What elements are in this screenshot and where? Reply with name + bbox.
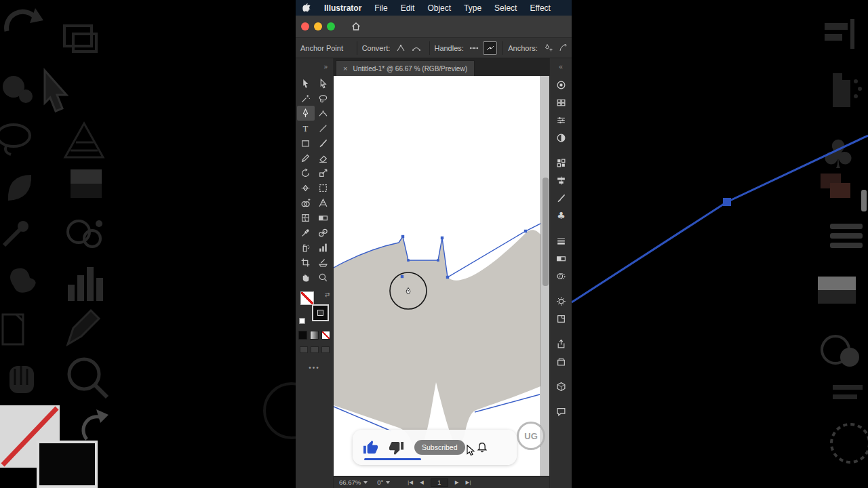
artboard-number-field[interactable]: 1 bbox=[431, 479, 448, 487]
mesh-tool[interactable] bbox=[297, 210, 315, 225]
anchor-point[interactable] bbox=[401, 275, 403, 278]
libraries-icon[interactable] bbox=[550, 352, 572, 370]
subscribed-button[interactable]: Subscribed bbox=[414, 440, 465, 455]
gradient-fill-button[interactable] bbox=[310, 331, 319, 340]
stroke-icon[interactable] bbox=[550, 232, 572, 249]
zoom-window-button[interactable] bbox=[327, 22, 335, 30]
stroke-swatch[interactable] bbox=[312, 304, 329, 321]
like-button[interactable] bbox=[363, 440, 378, 455]
first-page-icon[interactable]: |◀ bbox=[408, 479, 413, 485]
asset-export-icon[interactable] bbox=[550, 335, 572, 352]
draw-behind-button[interactable] bbox=[311, 346, 319, 353]
default-swatches-icon[interactable] bbox=[299, 318, 305, 324]
rectangle-tool[interactable] bbox=[297, 136, 315, 150]
toolbar-expand-icon[interactable]: » bbox=[323, 58, 328, 76]
line-segment-tool[interactable] bbox=[315, 121, 332, 136]
comments-icon[interactable] bbox=[550, 403, 572, 420]
rotate-tool[interactable] bbox=[297, 165, 315, 180]
apple-menu-icon[interactable] bbox=[302, 3, 311, 13]
3d-icon[interactable] bbox=[550, 378, 572, 395]
dislike-button[interactable] bbox=[389, 440, 404, 455]
menu-object[interactable]: Object bbox=[427, 3, 451, 13]
previous-page-icon[interactable]: ◀ bbox=[420, 479, 424, 485]
tab-close-icon[interactable]: × bbox=[343, 64, 347, 73]
artboard-canvas[interactable] bbox=[334, 76, 540, 476]
menu-file[interactable]: File bbox=[374, 3, 387, 13]
magic-wand-tool[interactable] bbox=[297, 91, 315, 106]
menu-effect[interactable]: Effect bbox=[530, 3, 550, 13]
menu-select[interactable]: Select bbox=[494, 3, 517, 13]
toolbar-more-icon[interactable]: ••• bbox=[309, 364, 320, 371]
close-window-button[interactable] bbox=[301, 22, 309, 30]
column-graph-tool[interactable] bbox=[315, 240, 332, 255]
align-icon[interactable] bbox=[550, 171, 572, 189]
eyedropper-tool[interactable] bbox=[297, 225, 315, 240]
pen-tool[interactable] bbox=[297, 106, 315, 121]
draw-inside-button[interactable] bbox=[321, 346, 330, 353]
shapes-icon[interactable]: ♣ bbox=[550, 207, 572, 224]
shape-builder-tool[interactable] bbox=[297, 195, 315, 210]
artboard-tool[interactable] bbox=[297, 255, 315, 270]
fill-stroke-control[interactable]: ⇄ bbox=[299, 291, 330, 324]
lasso-tool[interactable] bbox=[315, 91, 332, 106]
menu-edit[interactable]: Edit bbox=[401, 3, 415, 13]
color-icon[interactable] bbox=[550, 76, 572, 94]
handles-show-icon[interactable] bbox=[467, 41, 481, 55]
paintbrush-tool[interactable] bbox=[315, 136, 332, 150]
anchor-add-icon[interactable] bbox=[541, 41, 555, 55]
width-tool[interactable] bbox=[297, 180, 315, 195]
scrollbar-thumb[interactable] bbox=[542, 178, 549, 286]
slice-tool[interactable] bbox=[315, 255, 332, 270]
swap-fill-stroke-icon[interactable]: ⇄ bbox=[325, 291, 330, 298]
anchor-point[interactable] bbox=[401, 235, 404, 238]
appearance-icon[interactable] bbox=[550, 292, 572, 310]
anchor-arc-icon[interactable] bbox=[557, 41, 571, 55]
graphic-styles-icon[interactable] bbox=[550, 310, 572, 327]
swatches-icon[interactable] bbox=[550, 94, 572, 111]
color-guide-icon[interactable] bbox=[550, 111, 572, 129]
gradient-icon[interactable] bbox=[550, 129, 572, 146]
gradient-panel-icon[interactable] bbox=[550, 249, 572, 267]
home-icon[interactable] bbox=[351, 21, 361, 32]
symbol-sprayer-tool[interactable] bbox=[297, 240, 315, 255]
panel-collapse-icon[interactable]: « bbox=[559, 58, 563, 76]
color-fill-button[interactable] bbox=[298, 331, 307, 340]
selection-tool[interactable] bbox=[297, 76, 315, 91]
fill-none-swatch[interactable] bbox=[300, 291, 314, 305]
zoom-tool[interactable] bbox=[315, 270, 332, 285]
zoom-select[interactable]: 66.67% bbox=[339, 479, 370, 486]
menu-app-name[interactable]: Illustrator bbox=[324, 3, 361, 13]
brushes-icon[interactable] bbox=[550, 189, 572, 207]
rotation-select[interactable]: 0° bbox=[377, 479, 393, 486]
menu-type[interactable]: Type bbox=[464, 3, 481, 13]
document-tab[interactable]: × Untitled-1* @ 66.67 % (RGB/Preview) bbox=[336, 60, 475, 76]
free-transform-tool[interactable] bbox=[315, 180, 332, 195]
next-page-icon[interactable]: ▶ bbox=[455, 479, 459, 485]
none-fill-button[interactable] bbox=[321, 331, 330, 340]
gradient-tool[interactable] bbox=[315, 210, 332, 225]
hand-tool[interactable] bbox=[297, 270, 315, 285]
bat-shape[interactable] bbox=[334, 230, 540, 447]
curvature-tool[interactable] bbox=[315, 106, 332, 121]
vertical-scrollbar[interactable] bbox=[540, 76, 549, 476]
anchor-point[interactable] bbox=[437, 259, 439, 262]
eraser-tool[interactable] bbox=[315, 150, 332, 165]
minimize-window-button[interactable] bbox=[314, 22, 322, 30]
draw-normal-button[interactable] bbox=[300, 346, 308, 353]
anchor-point[interactable] bbox=[524, 230, 527, 232]
notification-bell-icon[interactable] bbox=[475, 441, 489, 454]
direct-selection-tool[interactable] bbox=[315, 76, 332, 91]
blend-tool[interactable] bbox=[315, 225, 332, 240]
handles-hide-icon[interactable] bbox=[483, 41, 497, 55]
anchor-point[interactable] bbox=[407, 259, 410, 262]
anchor-point[interactable] bbox=[446, 276, 449, 279]
convert-corner-icon[interactable] bbox=[393, 41, 408, 55]
convert-smooth-icon[interactable] bbox=[409, 41, 423, 55]
pencil-tool[interactable] bbox=[297, 150, 315, 165]
last-page-icon[interactable]: ▶| bbox=[466, 479, 471, 485]
type-tool[interactable]: T bbox=[297, 121, 315, 136]
transparency-icon[interactable] bbox=[550, 267, 572, 285]
symbols-icon[interactable] bbox=[550, 154, 572, 171]
perspective-grid-tool[interactable] bbox=[315, 195, 332, 210]
scale-tool[interactable] bbox=[315, 165, 332, 180]
